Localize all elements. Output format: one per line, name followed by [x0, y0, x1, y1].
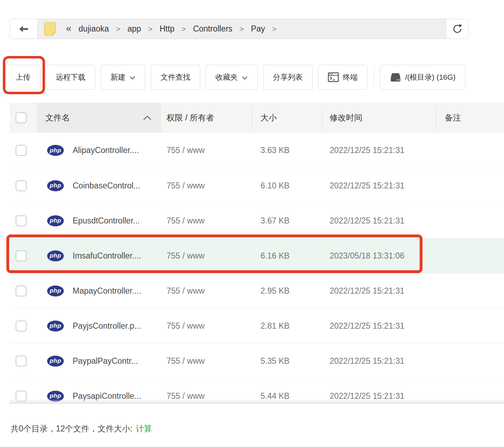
breadcrumb-separator: > — [272, 25, 276, 33]
file-mtime: 2022/12/25 15:21:31 — [323, 146, 436, 155]
file-permission-owner: 755 / www — [161, 216, 252, 226]
breadcrumb-item[interactable]: dujiaoka — [79, 24, 109, 34]
file-permission-owner: 755 / www — [161, 146, 252, 155]
file-name[interactable]: CoinbaseControl... — [73, 181, 140, 191]
file-search-button[interactable]: 文件查找 — [151, 65, 200, 90]
file-mtime: 2022/12/25 15:21:31 — [323, 391, 436, 401]
root-disk-button[interactable]: /(根目录) (16G) — [380, 65, 465, 90]
table-row[interactable]: php ImsafuController.... 755 / www 6.16 … — [10, 238, 504, 273]
table-row[interactable]: php MapayController.... 755 / www 2.95 K… — [10, 273, 504, 308]
root-disk-label: /(根目录) (16G) — [405, 72, 455, 82]
file-size: 2.81 KB — [252, 321, 323, 331]
toolbar: 上传 远程下载 新建 文件查找 收藏夹 分享列表 — [0, 65, 504, 90]
terminal-button[interactable]: 终端 — [318, 65, 368, 90]
upload-button[interactable]: 上传 — [6, 65, 40, 90]
file-permission-owner: 755 / www — [161, 286, 252, 296]
file-permission-owner: 755 / www — [161, 321, 252, 331]
file-mtime: 2023/05/18 13:31:06 — [323, 251, 436, 261]
refresh-icon — [452, 23, 463, 34]
favorites-button[interactable]: 收藏夹 — [206, 65, 258, 90]
column-header-mtime[interactable]: 修改时间 — [323, 103, 436, 133]
row-checkbox[interactable] — [16, 250, 27, 261]
table-row[interactable]: php PaypalPayContr... 755 / www 5.35 KB … — [10, 343, 504, 378]
row-checkbox[interactable] — [16, 356, 27, 367]
select-all-checkbox[interactable] — [16, 112, 27, 123]
table-row[interactable]: php EpusdtController... 755 / www 3.67 K… — [10, 203, 504, 238]
breadcrumb-item[interactable]: Pay — [251, 24, 265, 34]
breadcrumb-separator: > — [181, 25, 186, 33]
breadcrumb-item[interactable]: app — [128, 24, 141, 34]
toolbar-divider — [374, 68, 374, 87]
chevron-down-icon — [129, 76, 135, 80]
table-row[interactable]: php PayjsController.p... 755 / www 2.81 … — [10, 308, 504, 343]
terminal-label: 终端 — [343, 72, 358, 82]
php-file-icon: php — [47, 356, 64, 367]
breadcrumb-separator: > — [116, 25, 120, 33]
terminal-icon — [328, 72, 339, 82]
row-checkbox[interactable] — [16, 145, 27, 156]
column-header-permission[interactable]: 权限 / 所有者 — [161, 103, 252, 133]
directory-file-summary: 共0个目录，12个文件，文件大小: — [11, 423, 133, 434]
file-name[interactable]: EpusdtController... — [73, 216, 140, 226]
row-checkbox[interactable] — [16, 285, 27, 296]
status-bar: 共0个目录，12个文件，文件大小: 计算 — [0, 423, 504, 434]
file-mtime: 2022/12/25 15:21:31 — [323, 286, 436, 296]
collapse-path-icon[interactable]: « — [66, 23, 72, 34]
table-body: php AlipayController.... 755 / www 3.63 … — [10, 133, 504, 404]
refresh-button[interactable] — [446, 19, 468, 39]
php-file-icon: php — [47, 145, 64, 156]
new-menu-label: 新建 — [111, 72, 125, 82]
sort-ascending-icon — [143, 115, 152, 120]
row-checkbox[interactable] — [16, 215, 27, 226]
breadcrumb-item[interactable]: Controllers — [193, 24, 233, 34]
row-checkbox[interactable] — [16, 391, 27, 402]
column-header-filename[interactable]: 文件名 — [37, 103, 161, 133]
breadcrumb-separator: > — [240, 25, 244, 33]
arrow-left-icon — [18, 24, 29, 34]
php-file-icon: php — [47, 321, 64, 332]
file-name[interactable]: PaypalPayContr... — [73, 356, 138, 366]
folder-icon — [44, 22, 57, 36]
file-name[interactable]: PayjsController.p... — [73, 321, 141, 331]
row-checkbox[interactable] — [16, 321, 27, 332]
disk-icon — [390, 72, 401, 83]
file-permission-owner: 755 / www — [161, 251, 252, 261]
chevron-down-icon — [242, 76, 248, 80]
share-list-button[interactable]: 分享列表 — [263, 65, 313, 90]
breadcrumb: « dujiaoka>app>Http>Controllers>Pay> — [38, 19, 446, 39]
file-mtime: 2022/12/25 15:21:31 — [323, 216, 436, 226]
filename-header-label: 文件名 — [45, 112, 70, 123]
file-name[interactable]: PaysapiControlle... — [73, 391, 141, 401]
file-mtime: 2022/12/25 15:21:31 — [323, 181, 436, 191]
file-name[interactable]: MapayController.... — [73, 286, 141, 296]
file-size: 5.35 KB — [252, 356, 323, 366]
file-size: 5.44 KB — [252, 391, 323, 401]
file-permission-owner: 755 / www — [161, 181, 252, 191]
table-row[interactable]: php PaysapiControlle... 755 / www 5.44 K… — [10, 378, 504, 404]
column-header-note[interactable]: 备注 — [436, 103, 504, 133]
file-size: 6.16 KB — [252, 251, 323, 261]
file-mtime: 2022/12/25 15:21:31 — [323, 321, 436, 331]
php-file-icon: php — [47, 215, 64, 226]
remote-download-button[interactable]: 远程下载 — [46, 65, 95, 90]
path-bar: « dujiaoka>app>Http>Controllers>Pay> — [10, 19, 469, 39]
file-name[interactable]: AlipayController.... — [73, 146, 139, 155]
row-checkbox[interactable] — [16, 180, 27, 191]
back-button[interactable] — [10, 19, 38, 39]
breadcrumb-separator: > — [148, 25, 152, 33]
file-size: 2.95 KB — [252, 286, 323, 296]
breadcrumb-item[interactable]: Http — [159, 24, 174, 34]
php-file-icon: php — [47, 285, 64, 296]
file-permission-owner: 755 / www — [161, 356, 252, 366]
file-size: 6.10 KB — [252, 181, 323, 191]
compute-size-link[interactable]: 计算 — [136, 423, 152, 434]
table-row[interactable]: php AlipayController.... 755 / www 3.63 … — [10, 133, 504, 168]
php-file-icon: php — [47, 250, 64, 261]
file-table: 文件名 权限 / 所有者 大小 修改时间 备注 php AlipayContro… — [10, 103, 504, 404]
new-menu-button[interactable]: 新建 — [101, 65, 145, 90]
breadcrumb-items: dujiaoka>app>Http>Controllers>Pay> — [79, 24, 276, 34]
column-header-size[interactable]: 大小 — [252, 103, 323, 133]
table-row[interactable]: php CoinbaseControl... 755 / www 6.10 KB… — [10, 168, 504, 203]
php-file-icon: php — [47, 391, 64, 402]
file-name[interactable]: ImsafuController.... — [73, 251, 141, 261]
